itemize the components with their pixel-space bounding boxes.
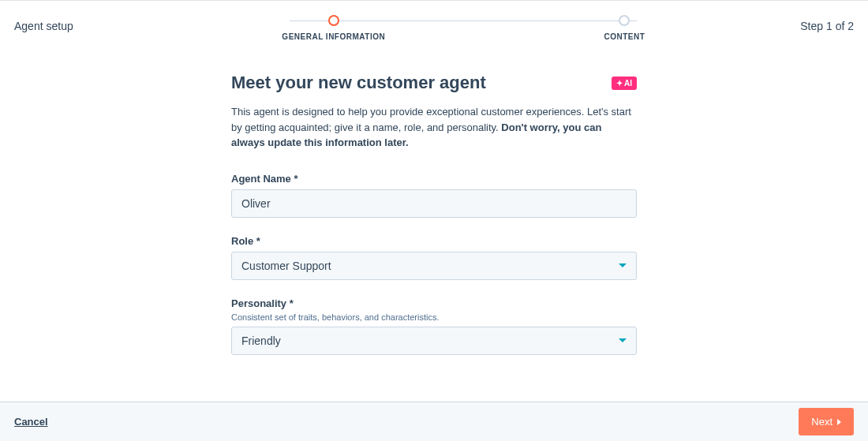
form-title: Meet your new customer agent — [231, 73, 486, 93]
stepper-label: CONTENT — [604, 32, 645, 41]
personality-label: Personality * — [231, 297, 637, 309]
stepper-label: GENERAL INFORMATION — [282, 32, 385, 41]
ai-badge[interactable]: ✦ AI — [612, 77, 637, 90]
next-button-label: Next — [811, 416, 832, 428]
header: Agent setup GENERAL INFORMATION CONTENT … — [0, 1, 868, 41]
personality-hint: Consistent set of traits, behaviors, and… — [231, 312, 637, 322]
chevron-down-icon — [619, 338, 627, 342]
agent-name-label: Agent Name * — [231, 173, 637, 185]
role-select[interactable]: Customer Support — [231, 252, 637, 280]
stepper-step-general-information[interactable]: GENERAL INFORMATION — [282, 15, 385, 41]
agent-name-input[interactable] — [231, 189, 637, 218]
page-title: Agent setup — [14, 15, 73, 32]
footer: Cancel Next — [0, 402, 868, 441]
chevron-down-icon — [619, 263, 627, 267]
personality-select[interactable]: Friendly — [231, 327, 637, 355]
stepper-circle-active-icon — [328, 15, 339, 26]
stepper-circle-icon — [619, 15, 630, 26]
form-description: This agent is designed to help you provi… — [231, 104, 637, 151]
step-indicator: Step 1 of 2 — [800, 20, 854, 32]
field-agent-name: Agent Name * — [231, 173, 637, 218]
personality-value: Friendly — [241, 334, 281, 347]
field-role: Role * Customer Support — [231, 235, 637, 280]
chevron-right-icon — [837, 419, 841, 425]
stepper-step-content[interactable]: CONTENT — [604, 15, 645, 41]
field-personality: Personality * Consistent set of traits, … — [231, 297, 637, 355]
cancel-button[interactable]: Cancel — [14, 416, 48, 428]
main-form: Meet your new customer agent ✦ AI This a… — [231, 73, 637, 355]
role-label: Role * — [231, 235, 637, 247]
stepper: GENERAL INFORMATION CONTENT — [168, 15, 759, 41]
role-value: Customer Support — [241, 260, 331, 272]
next-button[interactable]: Next — [799, 408, 854, 435]
